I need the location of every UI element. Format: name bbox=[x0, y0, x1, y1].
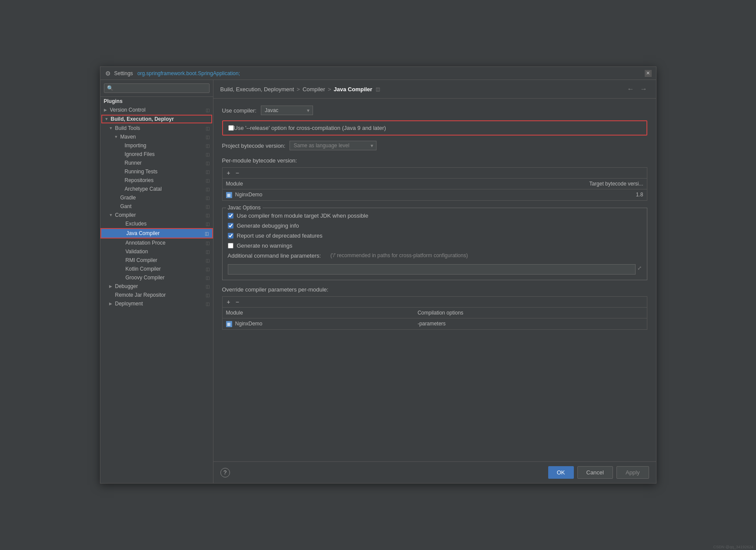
sidebar-item-validation[interactable]: ▶ Validation ◫ bbox=[100, 247, 213, 256]
check2-checkbox[interactable] bbox=[228, 223, 233, 229]
sidebar-item-build-tools[interactable]: ▼ Build Tools ◫ bbox=[100, 124, 213, 133]
bytecode-version-row: Project bytecode version: Same as langua… bbox=[222, 141, 647, 150]
window-controls: ✕ bbox=[645, 70, 652, 77]
check2-row: Generate debugging info bbox=[228, 222, 642, 229]
remove-module-button[interactable]: − bbox=[234, 169, 241, 176]
apply-button[interactable]: Apply bbox=[616, 466, 649, 479]
release-option-checkbox[interactable] bbox=[228, 125, 234, 131]
cmd-input-row: ⤢ bbox=[228, 262, 642, 275]
pin-icon: ◫ bbox=[206, 187, 210, 192]
target-col-header: Target bytecode versi... bbox=[399, 179, 646, 189]
pin-icon: ◫ bbox=[206, 135, 210, 139]
pin-icon: ◫ bbox=[206, 249, 210, 254]
javac-options-group: Javac Options Use compiler from module t… bbox=[222, 208, 647, 280]
sidebar-item-gradle[interactable]: ▶ Gradle ◫ bbox=[100, 193, 213, 202]
pin-icon: ◫ bbox=[206, 302, 210, 306]
expand-button[interactable]: ⤢ bbox=[637, 265, 642, 271]
override-table-row: ▦ NginxDemo -parameters bbox=[223, 318, 647, 329]
ok-button[interactable]: OK bbox=[548, 466, 574, 479]
sidebar-item-deployment[interactable]: ▶ Deployment ◫ bbox=[100, 299, 213, 308]
pin-icon: ◫ bbox=[206, 169, 210, 174]
pin-icon: ◫ bbox=[206, 195, 210, 200]
javac-options-title: Javac Options bbox=[226, 205, 263, 211]
use-compiler-row: Use compiler: Javac Eclipse Ajc ▼ bbox=[222, 106, 647, 115]
help-button[interactable]: ? bbox=[220, 468, 230, 477]
sidebar-item-runner[interactable]: Runner ◫ bbox=[100, 159, 213, 167]
pin-icon: ◫ bbox=[206, 213, 210, 218]
check4-row: Generate no warnings bbox=[228, 242, 642, 249]
sidebar-item-maven[interactable]: ▼ Maven ◫ bbox=[100, 133, 213, 141]
bottom-actions: OK Cancel Apply bbox=[548, 466, 649, 479]
override-table-container: + − Module Compilation options bbox=[222, 296, 647, 330]
settings-window: ⚙ Settings org.springframework.boot.Spri… bbox=[100, 66, 656, 484]
pin-icon: ◫ bbox=[206, 143, 210, 148]
pin-icon: ◫ bbox=[206, 152, 210, 157]
sidebar-item-gant[interactable]: ▶ Gant ◫ bbox=[100, 202, 213, 211]
compiler-select[interactable]: Javac Eclipse Ajc bbox=[261, 106, 313, 115]
sidebar-item-annotation-processors[interactable]: ▶ Annotation Proce ◫ bbox=[100, 239, 213, 247]
sidebar-item-version-control[interactable]: ▶ Version Control ◫ bbox=[100, 106, 213, 114]
sidebar-item-ignored-files[interactable]: Ignored Files ◫ bbox=[100, 150, 213, 159]
check4-checkbox[interactable] bbox=[228, 243, 233, 248]
release-option-label[interactable]: Use '--release' option for cross-compila… bbox=[234, 125, 386, 131]
pin-icon: ◫ bbox=[205, 231, 209, 236]
forward-button[interactable]: → bbox=[639, 84, 649, 94]
override-module-col-header: Module bbox=[223, 308, 414, 318]
check3-checkbox[interactable] bbox=[228, 233, 233, 239]
add-override-button[interactable]: + bbox=[225, 298, 232, 305]
arrow-icon: ▼ bbox=[114, 135, 120, 139]
arrow-icon: ▼ bbox=[109, 213, 114, 217]
content-area: Plugins ▶ Version Control ◫ ▼ Build, Exe… bbox=[100, 80, 656, 483]
cmd-input[interactable] bbox=[228, 264, 636, 275]
remove-override-button[interactable]: − bbox=[234, 298, 241, 305]
check3-label: Report use of deprecated features bbox=[237, 232, 323, 239]
sidebar-item-java-compiler[interactable]: ▶ Java Compiler ◫ bbox=[100, 228, 213, 239]
settings-icon: ⚙ bbox=[105, 70, 112, 77]
pin-icon: ◫ bbox=[206, 161, 210, 166]
sidebar-item-compiler[interactable]: ▼ Compiler ◫ bbox=[100, 211, 213, 219]
per-module-toolbar: + − bbox=[223, 168, 647, 179]
nav-arrows: ← → bbox=[626, 84, 649, 94]
check1-row: Use compiler from module target JDK when… bbox=[228, 212, 642, 219]
sidebar-item-kotlin-compiler[interactable]: ▶ Kotlin Compiler ◫ bbox=[100, 265, 213, 273]
main-panel: Build, Execution, Deployment > Compiler … bbox=[213, 80, 656, 483]
sidebar-item-importing[interactable]: Importing ◫ bbox=[100, 141, 213, 150]
search-input[interactable] bbox=[104, 83, 210, 93]
pin-icon: ◫ bbox=[206, 267, 210, 272]
close-button[interactable]: ✕ bbox=[645, 70, 652, 77]
title-text: Settings org.springframework.boot.Spring… bbox=[114, 70, 240, 76]
additional-cmd-row: Additional command line parameters: ('/'… bbox=[228, 252, 642, 259]
bytecode-label: Project bytecode version: bbox=[222, 142, 286, 149]
bytecode-select-wrapper: Same as language level 1.8 11 17 ▼ bbox=[290, 141, 376, 150]
pin-icon: ◫ bbox=[206, 293, 210, 298]
sidebar-item-groovy-compiler[interactable]: ▶ Groovy Compiler ◫ bbox=[100, 273, 213, 282]
per-module-table-container: + − Module Target bytecode versi... bbox=[222, 167, 647, 201]
check1-label: Use compiler from module target JDK when… bbox=[237, 212, 369, 219]
override-options-col-header: Compilation options bbox=[414, 308, 646, 318]
use-compiler-label: Use compiler: bbox=[222, 107, 256, 114]
sidebar-item-archetype-catalog[interactable]: Archetype Catal ◫ bbox=[100, 185, 213, 193]
check2-label: Generate debugging info bbox=[237, 222, 299, 229]
module-col-header: Module bbox=[223, 179, 400, 189]
sidebar-item-running-tests[interactable]: Running Tests ◫ bbox=[100, 167, 213, 176]
check4-label: Generate no warnings bbox=[237, 242, 293, 249]
cancel-button[interactable]: Cancel bbox=[577, 466, 613, 479]
sidebar-item-excludes[interactable]: ▶ Excludes ◫ bbox=[100, 219, 213, 228]
arrow-icon: ▶ bbox=[104, 108, 109, 112]
sidebar-item-repositories[interactable]: Repositories ◫ bbox=[100, 176, 213, 185]
arrow-icon: ▼ bbox=[109, 126, 114, 130]
sidebar-item-rmi-compiler[interactable]: ▶ RMI Compiler ◫ bbox=[100, 256, 213, 265]
pin-icon: ◫ bbox=[206, 222, 210, 226]
add-module-button[interactable]: + bbox=[225, 169, 232, 176]
pin-icon: ◫ bbox=[206, 126, 210, 131]
sidebar-item-remote-jar-repos[interactable]: ▶ Remote Jar Repositor ◫ bbox=[100, 291, 213, 299]
bytecode-select[interactable]: Same as language level 1.8 11 17 bbox=[290, 141, 376, 150]
breadcrumb-pin-icon: ◫ bbox=[376, 86, 380, 92]
sidebar: Plugins ▶ Version Control ◫ ▼ Build, Exe… bbox=[100, 80, 213, 483]
back-button[interactable]: ← bbox=[626, 84, 636, 94]
pin-icon: ◫ bbox=[206, 258, 210, 263]
sidebar-item-debugger[interactable]: ▶ Debugger ◫ bbox=[100, 282, 213, 291]
arrow-icon: ▼ bbox=[105, 117, 110, 121]
sidebar-item-build-execution-deploy[interactable]: ▼ Build, Execution, Deployr bbox=[101, 115, 212, 123]
check1-checkbox[interactable] bbox=[228, 213, 233, 219]
